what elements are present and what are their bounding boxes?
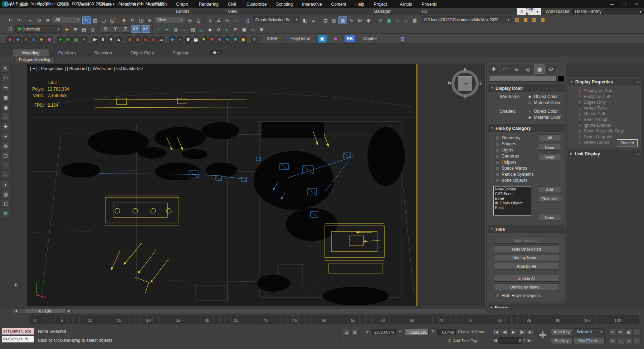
pencil-tool-icon[interactable]: ✎ <box>200 35 208 43</box>
invert-button[interactable]: Invert <box>538 154 561 160</box>
window-crossing-toggle-icon[interactable]: ◱ <box>108 16 117 24</box>
corona-red-diamond-icon[interactable]: ◆ <box>6 35 14 43</box>
kettle-render-icon[interactable]: ♨ <box>249 26 257 34</box>
grid2-tool-icon[interactable]: ⊞ <box>2 209 10 217</box>
plane-tool-icon[interactable]: ▭ <box>2 84 10 92</box>
named-selection-sets-dropdown[interactable]: Create Selection Se▾ <box>253 16 300 23</box>
see-through-checkbox[interactable] <box>577 118 581 122</box>
set-key-button[interactable]: Set Key <box>551 337 572 344</box>
hide-selected-button[interactable]: Hide Selected <box>494 237 559 244</box>
select-and-scale-icon[interactable]: ◳ <box>137 16 146 24</box>
unhide-by-name-button[interactable]: Unhide by Name... <box>494 283 559 290</box>
render-disc-icon[interactable]: ◍ <box>171 26 180 34</box>
time-slider-next-arrow[interactable]: ▶ <box>67 309 72 313</box>
help-question-icon[interactable]: ? <box>250 35 258 43</box>
top-viewport[interactable]: TOP N S W E <box>418 64 486 306</box>
window-panel-icon[interactable]: ▣ <box>240 26 249 34</box>
select-by-name-icon[interactable]: ▤ <box>91 16 99 24</box>
orbit-tool-icon[interactable]: ↺ <box>214 26 223 34</box>
box-target-icon[interactable]: ⊡ <box>231 26 240 34</box>
object-name-field[interactable] <box>489 76 557 82</box>
cameras-checkbox[interactable] <box>496 154 499 158</box>
flyout-arrow-button[interactable]: ▶ <box>14 281 19 288</box>
bind-to-space-warp-icon[interactable]: ≋ <box>44 16 52 24</box>
viewport-label[interactable]: [ + ] [ Perspective ] [ Standard ] [ Wir… <box>30 66 143 71</box>
maximize-viewport-toggle-icon[interactable]: ⊞ <box>633 337 641 344</box>
green-box-icon[interactable]: ▣ <box>72 35 80 43</box>
hierarchy-tab-icon[interactable]: ⊟ <box>511 64 522 74</box>
project-path-dropdown[interactable]: C:\Users\20122\Documents\3ds Max 2020▾ <box>422 16 512 23</box>
play-script-icon[interactable]: ▶ <box>91 35 99 43</box>
time-slider-track[interactable] <box>13 309 486 313</box>
remove-button[interactable]: Remove <box>538 195 561 202</box>
lights-checkbox[interactable] <box>496 148 499 152</box>
space-warps-checkbox[interactable] <box>496 166 499 170</box>
pan-view-icon[interactable]: ↔ <box>616 337 624 344</box>
phoenix-fire-2-icon[interactable]: ♨ <box>134 35 142 43</box>
zoom-extents-icon[interactable]: ▣ <box>625 328 633 335</box>
previous-frame-arrow[interactable]: ◀ <box>492 337 499 344</box>
vertex-ticks-checkbox[interactable] <box>577 106 581 110</box>
spinner-snap-toggle-icon[interactable]: ↕ <box>232 16 240 24</box>
axis-constraint-xy-4[interactable]: XY <box>141 25 150 33</box>
wave-teal-icon[interactable]: ≋ <box>231 35 239 43</box>
liquid-drop-icon[interactable]: ◈ <box>169 35 176 43</box>
sphere-quarter-icon[interactable]: ◔ <box>154 26 163 34</box>
create-tab-icon[interactable]: ✚ <box>488 64 499 74</box>
wireframe-object-color-radio[interactable] <box>528 95 532 99</box>
toolbar-grip[interactable]: ⁞ <box>3 27 4 31</box>
water-drop-icon[interactable]: ◒ <box>180 26 189 34</box>
corona-blue-diamond-icon[interactable]: ◆ <box>14 35 22 43</box>
forest-green-icon[interactable]: ♣ <box>57 35 64 43</box>
time-slider-prev-arrow[interactable]: ◀ <box>14 309 19 313</box>
layer-manager-icon[interactable]: ⊟ <box>6 25 15 33</box>
curve-editor-icon[interactable]: ∿ <box>347 16 356 24</box>
panel-tool-icon[interactable]: ▥ <box>2 190 10 198</box>
portrait-purple-icon[interactable]: ☻ <box>216 35 224 43</box>
listbox-item[interactable]: Point <box>495 205 530 210</box>
create-new-layer-icon[interactable]: ✚ <box>63 26 71 34</box>
render-flags-icon[interactable]: ▩ <box>410 16 419 24</box>
grid-box-icon[interactable]: ▦ <box>2 93 10 101</box>
listbox-item[interactable]: Bone <box>495 196 530 201</box>
sun-light-icon[interactable]: ☀ <box>163 26 171 34</box>
time-slider-handle[interactable]: 0 / 100 <box>25 308 65 314</box>
select-and-place-icon[interactable]: ⊕ <box>146 16 154 24</box>
blue-plugin-icon[interactable]: ▣ <box>318 35 327 43</box>
y-coordinate-field[interactable]: -3163.391 <box>405 329 429 335</box>
add-selection-to-layer-icon[interactable]: ⊞ <box>71 26 80 34</box>
play-animation-icon[interactable]: ▶ <box>509 328 517 335</box>
link-display-header[interactable]: ▶Link Display∷ <box>568 150 641 157</box>
zoom-icon[interactable]: ⊕ <box>608 328 616 335</box>
select-cursor-icon[interactable]: ↖ <box>2 64 10 72</box>
hide-by-name-button[interactable]: Hide by Name... <box>494 254 559 261</box>
green-burst-icon[interactable]: ☀ <box>80 35 88 43</box>
go-to-start-icon[interactable]: |◀ <box>492 328 500 335</box>
zoom-region-icon[interactable]: ▭ <box>608 337 616 344</box>
phoenix-swirl-1-icon[interactable]: ♨ <box>142 35 150 43</box>
rb-plugin-button[interactable]: RB <box>345 35 355 42</box>
never-degrade-checkbox[interactable] <box>577 135 581 139</box>
hide-by-category-header[interactable]: ▼Hide by Category∷ <box>488 125 565 132</box>
previous-frame-icon[interactable]: ◀| <box>501 328 509 335</box>
gear-settings-icon[interactable]: ⚙ <box>257 26 266 34</box>
display-tab-icon[interactable]: ▣ <box>534 64 545 74</box>
wave-tool-icon[interactable]: ≋ <box>2 171 10 179</box>
ribbon-tab-object-paint[interactable]: Object Paint <box>121 49 163 57</box>
current-frame-field[interactable]: 0 <box>499 337 522 344</box>
toggle-ribbon-icon[interactable]: ▦ <box>338 16 347 24</box>
sign-in-button[interactable]: ☺ Sign In ▾ <box>517 8 541 15</box>
axis-constraint-z-2[interactable]: Z <box>121 25 130 33</box>
phoenix-swirl-2-icon[interactable]: ♨ <box>150 35 157 43</box>
select-objects-in-layer-icon[interactable]: ▤ <box>80 26 88 34</box>
display-as-box-checkbox[interactable] <box>577 89 581 93</box>
none-button[interactable]: None <box>538 214 561 221</box>
arnold-blue-icon[interactable]: A <box>30 35 38 43</box>
snaps-toggle-icon[interactable]: 2 <box>206 16 215 24</box>
hide-header[interactable]: ▼Hide∷ <box>488 226 565 233</box>
smoke-cloud-icon[interactable]: ☁ <box>157 35 165 43</box>
utilities-tab-icon[interactable]: ⚙ <box>546 64 556 74</box>
helpers-checkbox[interactable] <box>496 160 499 164</box>
set-current-layer-icon[interactable]: ◎ <box>88 26 97 34</box>
project-sync-icon[interactable]: ▩ <box>538 16 547 24</box>
